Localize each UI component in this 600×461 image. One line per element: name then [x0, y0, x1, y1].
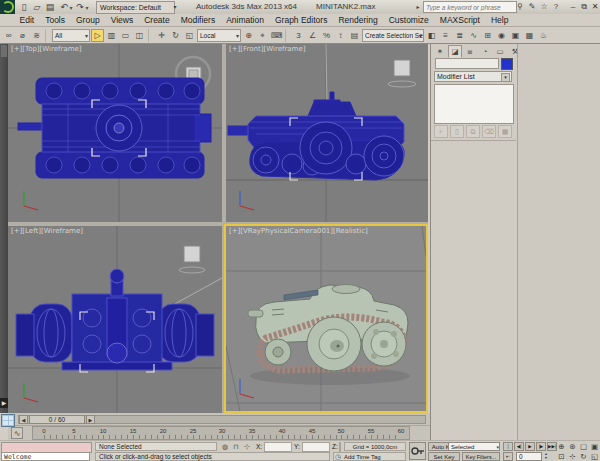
pan-icon[interactable]: ⊹ [567, 452, 578, 461]
key-mode-dropdown[interactable]: Selected▾ [448, 442, 500, 451]
show-end-result-icon[interactable]: ▯ [450, 125, 464, 138]
time-slider-handle[interactable]: 0 / 60 [29, 415, 85, 424]
mirror-icon[interactable]: ◧ [425, 29, 438, 42]
flyout-arrow-icon[interactable]: ▶ [0, 398, 8, 408]
select-by-name-icon[interactable]: ▥ [105, 29, 118, 42]
select-and-link-icon[interactable]: ∞ [2, 29, 15, 42]
menu-item-animation[interactable]: Animation [221, 14, 270, 26]
frame-spinner[interactable]: ▴▾ [543, 452, 549, 461]
help-icon[interactable]: ? [550, 1, 562, 13]
add-time-tag[interactable]: ◷Add Time Tag [333, 452, 406, 461]
go-to-start-button[interactable]: |◀◀ [503, 442, 513, 451]
orbit-icon[interactable]: ↻ [578, 452, 589, 461]
viewport-top-label[interactable]: [+][Top][Wireframe] [11, 45, 82, 53]
viewport-camera-label[interactable]: [+][VRayPhysicalCamera001][Realistic] [229, 227, 368, 235]
play-button[interactable]: ▶ [525, 442, 535, 451]
menu-item-edit[interactable]: Edit [14, 14, 40, 26]
layer-manager-icon[interactable]: ≣ [453, 29, 466, 42]
bind-to-spacewarp-icon[interactable]: ≋ [30, 29, 43, 42]
schematic-view-icon[interactable]: ⊞ [481, 29, 494, 42]
angle-snap-icon[interactable]: ∠ [306, 29, 319, 42]
zoom-extents-all-icon[interactable]: ▣ [589, 442, 600, 452]
align-icon[interactable]: ≡ [439, 29, 452, 42]
workspace-dropdown[interactable]: Workspace: Default [96, 1, 175, 14]
absolute-offset-mode-icon[interactable]: ⊹ [242, 442, 252, 451]
render-setup-icon[interactable]: ▣ [509, 29, 522, 42]
mini-curve-editor-icon[interactable]: ∿ [11, 427, 23, 439]
menu-item-rendering[interactable]: Rendering [333, 14, 383, 26]
modifier-stack-list[interactable] [434, 84, 514, 124]
select-and-move-icon[interactable]: ✛ [155, 29, 168, 42]
viewport-front-label[interactable]: [+][Front][Wireframe] [229, 45, 305, 53]
rendered-frame-icon[interactable]: ▦ [523, 29, 536, 42]
tab-motion-icon[interactable]: ◔ [478, 45, 492, 58]
zoom-extents-icon[interactable]: ▢ [578, 442, 589, 452]
viewport-layout-grid-icon[interactable] [1, 414, 15, 427]
menu-item-maxscript[interactable]: MAXScript [434, 14, 485, 26]
set-key-button[interactable]: Set Key [428, 452, 460, 461]
x-coordinate-field[interactable] [264, 442, 292, 452]
viewport-top[interactable]: [+][Top][Wireframe] [8, 44, 222, 222]
percent-snap-icon[interactable]: % [320, 29, 333, 42]
make-unique-icon[interactable]: ⧉ [466, 125, 480, 138]
spinner-down-icon[interactable]: ▾ [545, 455, 547, 460]
modifier-list-dropdown[interactable]: Modifier List ▾ [434, 71, 512, 82]
tab-hierarchy-icon[interactable]: ⧈ [463, 45, 477, 58]
viewport-layout-tab-bar[interactable]: ▶ [0, 44, 8, 413]
menu-item-modifiers[interactable]: Modifiers [175, 14, 220, 26]
material-editor-icon[interactable]: ◉ [495, 29, 508, 42]
select-and-scale-icon[interactable]: ◱ [183, 29, 196, 42]
selection-lock-icon[interactable]: ⊓ [231, 442, 241, 451]
current-frame-field[interactable]: 0 [516, 452, 542, 461]
open-file-icon[interactable]: ▱ [31, 1, 43, 13]
menu-item-create[interactable]: Create [139, 14, 176, 26]
unlink-selection-icon[interactable]: ⌀ [16, 29, 29, 42]
selection-region-icon[interactable]: ▭ [119, 29, 132, 42]
pin-stack-icon[interactable]: ⊦ [434, 125, 448, 138]
restore-button[interactable]: ⧉ [579, 1, 589, 12]
select-and-manipulate-icon[interactable]: ⌖ [256, 29, 269, 42]
infocenter-search-input[interactable] [423, 1, 517, 13]
viewport-left-label[interactable]: [+][Left][Wireframe] [11, 227, 83, 235]
snaps-toggle-icon[interactable]: 3 [292, 29, 305, 42]
time-slider-prev-arrow[interactable]: ◀ [19, 415, 28, 424]
menu-item-graph-editors[interactable]: Graph Editors [269, 14, 332, 26]
render-production-icon[interactable]: ♨ [537, 29, 550, 42]
new-scene-icon[interactable]: ▯ [18, 1, 30, 13]
viewport-camera[interactable]: [+][VRayPhysicalCamera001][Realistic] [224, 224, 428, 413]
object-name-field[interactable] [435, 58, 499, 69]
maxscript-mini-listener[interactable]: Welcome [1, 452, 90, 461]
use-pivot-center-icon[interactable]: ⊕ [242, 29, 255, 42]
communication-center-icon[interactable]: ✎ [526, 1, 538, 13]
time-slider-next-arrow[interactable]: ▶ [86, 415, 95, 424]
curve-editor-icon[interactable]: ∿ [467, 29, 480, 42]
zoom-icon[interactable]: ⊕ [556, 442, 567, 452]
menu-item-group[interactable]: Group [71, 14, 106, 26]
object-color-swatch[interactable] [501, 58, 513, 70]
minimize-button[interactable]: – [568, 1, 578, 12]
menu-item-help[interactable]: Help [485, 14, 513, 26]
menu-item-customize[interactable]: Customize [383, 14, 434, 26]
set-keys-button[interactable] [409, 442, 426, 460]
menu-item-tools[interactable]: Tools [40, 14, 71, 26]
keyboard-override-icon[interactable]: ⌨ [270, 29, 283, 42]
selection-filter-dropdown[interactable]: All▾ [52, 29, 90, 42]
degradation-override-icon[interactable]: ◍ [220, 442, 230, 451]
spinner-snap-icon[interactable]: ↕ [334, 29, 347, 42]
layout-tab-icon[interactable] [1, 45, 7, 57]
maximize-viewport-icon[interactable]: ◱ [589, 452, 600, 461]
select-object-button[interactable]: ▷ [91, 29, 104, 42]
viewport-front[interactable]: [+][Front][Wireframe] [226, 44, 428, 222]
coordinate-system-dropdown[interactable]: Local▾ [197, 29, 241, 42]
viewport-left[interactable]: [+][Left][Wireframe] [8, 226, 222, 413]
select-and-rotate-icon[interactable]: ↻ [169, 29, 182, 42]
zoom-all-icon[interactable]: ⊛ [567, 442, 578, 452]
tab-modify-icon[interactable]: ◪ [448, 45, 462, 58]
save-file-icon[interactable]: ▤ [44, 1, 56, 13]
favorites-star-icon[interactable]: ☆ [538, 1, 550, 13]
edit-named-sets-icon[interactable]: ▤ [348, 29, 361, 42]
app-logo-button[interactable] [0, 0, 15, 14]
tab-display-icon[interactable]: ▭ [493, 45, 507, 58]
y-coordinate-field[interactable] [302, 442, 330, 452]
menu-item-views[interactable]: Views [105, 14, 139, 26]
